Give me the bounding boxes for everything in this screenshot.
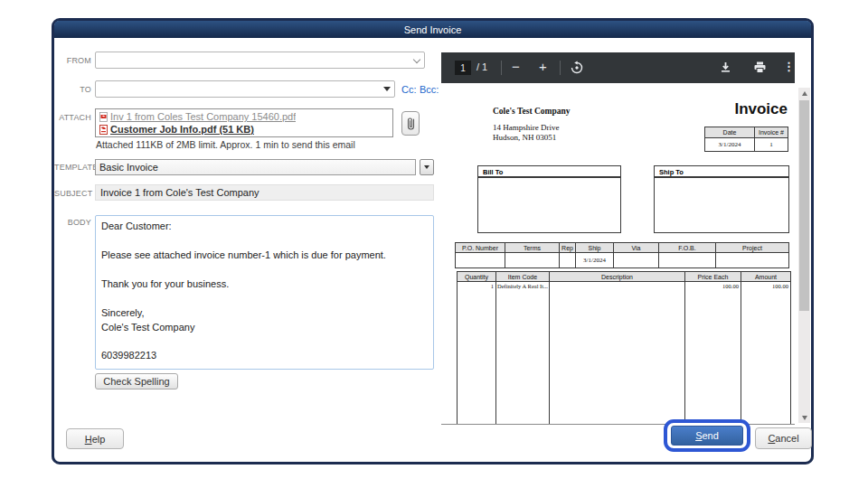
chevron-down-icon[interactable] — [414, 57, 420, 63]
item-description — [549, 282, 684, 426]
cc-link[interactable]: Cc: — [401, 84, 417, 95]
item-amount: 100.00 — [741, 282, 790, 426]
fob-value — [659, 253, 716, 268]
quantity-header: Quantity — [458, 272, 496, 282]
ship-to-label: Ship To — [655, 166, 788, 178]
zoom-out-icon[interactable]: − — [512, 59, 520, 74]
scrollbar-thumb[interactable] — [799, 100, 809, 311]
to-label: TO — [54, 85, 91, 94]
price-each-header: Price Each — [684, 272, 741, 282]
to-input[interactable] — [95, 80, 395, 98]
item-code: Definitely A Real It... — [496, 282, 550, 426]
date-header: Date — [705, 127, 755, 138]
fob-header: F.O.B. — [659, 243, 716, 253]
invoice-po-table: P.O. Number Terms Rep Ship Via F.O.B. Pr… — [455, 242, 789, 268]
ship-to-box: Ship To — [654, 165, 789, 233]
description-header: Description — [549, 272, 684, 282]
pdf-icon — [99, 125, 108, 135]
send-button-highlight-ring: Send — [664, 419, 750, 452]
terms-header: Terms — [505, 243, 560, 253]
toolbar-divider — [560, 61, 561, 75]
body-label: BODY — [54, 218, 91, 227]
via-header: Via — [614, 243, 659, 253]
send-button[interactable]: Send — [671, 426, 743, 446]
invoice-title: Invoice — [734, 100, 788, 118]
attachment-link[interactable]: Inv 1 from Coles Test Company 15460.pdf — [110, 111, 296, 122]
dialog-title: Send Invoice — [404, 24, 462, 35]
ship-header: Ship — [576, 243, 614, 253]
scroll-up-arrow-icon[interactable] — [798, 88, 810, 99]
ship-date-value: 3/1/2024 — [576, 253, 614, 268]
invoice-preview-page: Cole's Test Company 14 Hampshire Drive H… — [441, 83, 795, 425]
bill-to-box: Bill To — [477, 165, 621, 233]
template-label: TEMPLATE — [54, 163, 91, 172]
rep-header: Rep — [560, 243, 576, 253]
rotate-icon[interactable] — [570, 61, 584, 75]
help-button[interactable]: Help — [66, 428, 124, 449]
preview-scrollbar[interactable] — [798, 88, 810, 423]
rep-value — [560, 253, 576, 268]
po-number-value — [456, 253, 505, 268]
pdf-icon — [99, 112, 108, 122]
paperclip-icon — [406, 116, 416, 131]
attachment-item[interactable]: Inv 1 from Coles Test Company 15460.pdf — [99, 110, 389, 123]
screen: Send Invoice FROM TO Cc: Bcc: ATTACH — [0, 0, 868, 488]
subject-label: SUBJECT — [54, 189, 91, 198]
invoice-date-table: Date Invoice # 3/1/2024 1 — [704, 127, 788, 152]
project-header: Project — [716, 243, 789, 253]
template-dropdown-button[interactable] — [420, 159, 434, 175]
bcc-link[interactable]: Bcc: — [420, 84, 439, 95]
more-options-icon[interactable]: ⋮ — [783, 60, 795, 73]
attachment-size-note: Attached 111KB of 2MB limit. Approx. 1 m… — [96, 139, 355, 150]
item-code-header: Item Code — [496, 272, 550, 282]
page-number-input[interactable]: 1 — [455, 61, 471, 75]
scroll-down-arrow-icon[interactable] — [798, 412, 810, 423]
pdf-viewer-toolbar: 1 / 1 − + — [441, 52, 795, 83]
attachments-box: Inv 1 from Coles Test Company 15460.pdf … — [95, 108, 393, 137]
cancel-button[interactable]: Cancel — [755, 427, 812, 449]
dialog-titlebar: Send Invoice — [54, 21, 811, 38]
send-invoice-dialog: Send Invoice FROM TO Cc: Bcc: ATTACH — [52, 18, 814, 465]
download-icon[interactable] — [719, 61, 732, 74]
item-quantity: 1 — [458, 282, 496, 426]
invoice-address-line2: Hudson, NH 03051 — [493, 133, 556, 142]
invoice-number-value: 1 — [755, 138, 788, 152]
bill-to-label: Bill To — [478, 166, 620, 178]
invoice-items-table: Quantity Item Code Description Price Eac… — [457, 271, 791, 425]
via-value — [614, 253, 659, 268]
invoice-address-line1: 14 Hampshire Drive — [493, 123, 559, 132]
page-count-label: / 1 — [476, 61, 487, 72]
dropdown-arrow-icon — [424, 165, 429, 169]
attach-label: ATTACH — [54, 113, 91, 122]
amount-header: Amount — [741, 272, 790, 282]
from-label: FROM — [54, 56, 91, 65]
project-value — [716, 253, 789, 268]
date-value: 3/1/2024 — [705, 138, 755, 152]
body-textarea[interactable]: Dear Customer: Please see attached invoi… — [95, 215, 434, 370]
item-price-each: 100.00 — [684, 282, 741, 426]
check-spelling-button[interactable]: Check Spelling — [95, 373, 178, 389]
invoice-number-header: Invoice # — [755, 127, 788, 138]
invoice-company-name: Cole's Test Company — [493, 107, 571, 116]
print-icon[interactable] — [753, 61, 767, 74]
terms-value — [505, 253, 560, 268]
attachment-link[interactable]: Customer Job Info.pdf (51 KB) — [110, 124, 254, 135]
po-number-header: P.O. Number — [456, 243, 505, 253]
zoom-in-icon[interactable]: + — [539, 59, 547, 74]
template-select[interactable]: Basic Invoice — [95, 159, 416, 175]
subject-input[interactable] — [95, 184, 434, 201]
from-input[interactable] — [95, 52, 425, 69]
attachment-item[interactable]: Customer Job Info.pdf (51 KB) — [99, 123, 389, 136]
to-dropdown-arrow-icon[interactable] — [383, 87, 391, 91]
attach-file-button[interactable] — [401, 111, 420, 136]
toolbar-divider — [501, 61, 502, 75]
